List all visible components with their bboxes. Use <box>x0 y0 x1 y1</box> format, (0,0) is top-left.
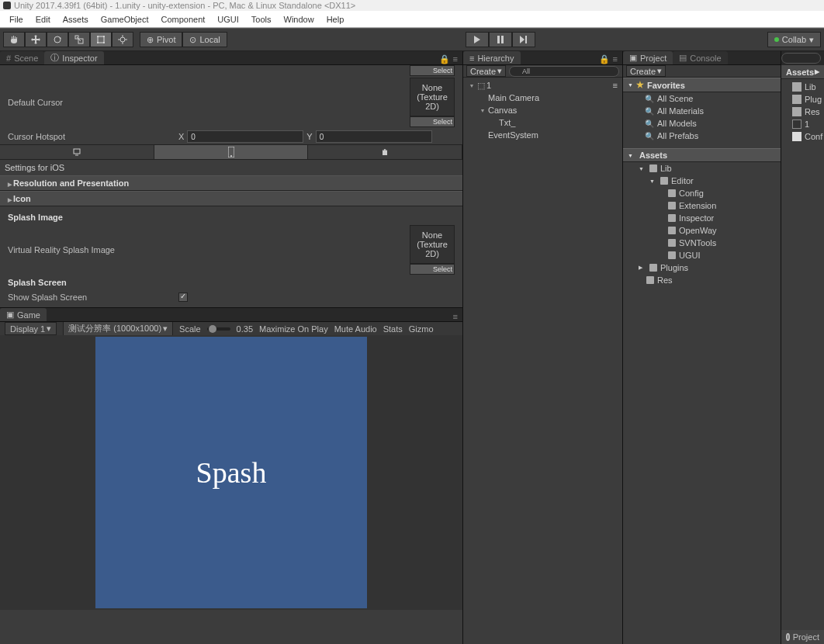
asset-res[interactable]: Res <box>781 106 824 118</box>
collab-button[interactable]: Collab▾ <box>767 32 821 47</box>
scale-tool[interactable] <box>68 32 90 47</box>
folder-extension[interactable]: Extension <box>623 199 781 212</box>
window-title-bar: Unity 2017.4.39f1 (64bit) - 1.unity - un… <box>0 0 824 11</box>
play-button[interactable] <box>466 32 489 47</box>
show-splash-checkbox[interactable] <box>178 293 188 302</box>
section-resolution[interactable]: Resolution and Presentation <box>0 175 462 191</box>
platform-standalone[interactable] <box>0 145 154 159</box>
folder-icon <box>668 239 676 247</box>
menu-window[interactable]: Window <box>278 11 320 27</box>
folder-openway[interactable]: OpenWay <box>623 224 781 237</box>
tab-lock-menu[interactable]: 🔒≡ <box>439 54 462 64</box>
hotspot-x-input[interactable] <box>187 130 303 143</box>
folder-svntools[interactable]: SVNTools <box>623 237 781 249</box>
display-dropdown[interactable]: Display 1▾ <box>5 322 57 335</box>
svg-rect-16 <box>525 36 527 43</box>
vr-splash-texture[interactable]: None(Texture 2D) <box>410 225 455 264</box>
menu-component[interactable]: Component <box>154 11 211 27</box>
svg-point-21 <box>383 149 384 150</box>
asset-plugins[interactable]: Plug <box>781 93 824 106</box>
rotate-tool[interactable] <box>47 32 68 47</box>
hierarchy-tab-menu[interactable]: 🔒≡ <box>599 54 622 64</box>
tab-inspector[interactable]: ⓘInspector <box>44 51 103 64</box>
default-cursor-texture[interactable]: None(Texture 2D) <box>410 78 455 116</box>
hand-tool[interactable] <box>3 32 25 47</box>
mute-toggle[interactable]: Mute Audio <box>334 324 377 334</box>
scale-slider[interactable] <box>207 327 230 331</box>
menu-assets[interactable]: Assets <box>57 11 95 27</box>
rect-tool[interactable] <box>90 32 112 47</box>
folder-editor[interactable]: ▼Editor <box>623 175 781 187</box>
hierarchy-eventsystem[interactable]: EventSystem <box>463 129 622 141</box>
status-text: Project <box>793 632 819 642</box>
pivot-toggle[interactable]: ⊕Pivot <box>140 32 182 47</box>
pause-button[interactable] <box>489 32 512 47</box>
scene-root[interactable]: ⬚1≡ <box>463 79 622 92</box>
game-view: Spash <box>0 335 462 610</box>
resolution-dropdown[interactable]: 测试分辨率 (1000x1000)▾ <box>63 321 173 336</box>
gizmos-toggle[interactable]: Gizmo <box>409 324 434 334</box>
hotspot-y-input[interactable] <box>316 130 432 143</box>
folder-inspector[interactable]: Inspector <box>623 212 781 224</box>
folder-icon <box>649 164 657 172</box>
select-button-top[interactable]: Select <box>410 65 455 76</box>
tab-hierarchy[interactable]: ≡Hierarchy <box>463 51 521 64</box>
hierarchy-panel: ≡Hierarchy 🔒≡ Create▾ ⬚1≡ Main Camera Ca… <box>462 51 622 644</box>
move-tool[interactable] <box>25 32 47 47</box>
assets-breadcrumb[interactable]: Assets▶ <box>781 65 824 79</box>
scale-value: 0.35 <box>237 324 253 334</box>
folder-lib[interactable]: ▼Lib <box>623 162 781 175</box>
step-button[interactable] <box>512 32 535 47</box>
fav-all-scene[interactable]: 🔍All Scene <box>623 92 781 105</box>
asset-lib[interactable]: Lib <box>781 81 824 93</box>
platform-android[interactable] <box>308 145 462 159</box>
folder-icon <box>646 276 654 284</box>
asset-scene-1[interactable]: 1 <box>781 118 824 130</box>
menu-help[interactable]: Help <box>320 11 351 27</box>
menu-gameobject[interactable]: GameObject <box>95 11 155 27</box>
folder-plugins[interactable]: ▶Plugins <box>623 261 781 274</box>
folder-icon <box>668 251 676 259</box>
menu-ugui[interactable]: UGUI <box>211 11 245 27</box>
platform-tabs <box>0 144 462 160</box>
hierarchy-txt[interactable]: Txt_ <box>463 116 622 129</box>
fav-all-models[interactable]: 🔍All Models <box>623 117 781 130</box>
svg-point-22 <box>386 149 386 150</box>
tab-game[interactable]: ▣Game <box>0 308 47 321</box>
search-icon: 🔍 <box>645 95 654 103</box>
unity-logo-icon <box>3 2 11 9</box>
hierarchy-main-camera[interactable]: Main Camera <box>463 92 622 104</box>
search-icon: 🔍 <box>645 132 654 140</box>
assets-header[interactable]: ▼Assets <box>623 148 781 162</box>
asset-conf[interactable]: Conf <box>781 130 824 143</box>
menu-icon: ≡ <box>453 54 458 64</box>
transform-tool[interactable] <box>112 32 133 47</box>
maximize-toggle[interactable]: Maximize On Play <box>259 324 328 334</box>
hierarchy-create[interactable]: Create▾ <box>466 65 506 77</box>
fav-all-prefabs[interactable]: 🔍All Prefabs <box>623 130 781 142</box>
game-tab-menu[interactable]: ≡ <box>453 312 462 321</box>
menu-tools[interactable]: Tools <box>245 11 278 27</box>
select-default-cursor[interactable]: Select <box>410 116 455 127</box>
project-create[interactable]: Create▾ <box>626 65 666 77</box>
folder-ugui[interactable]: UGUI <box>623 249 781 261</box>
fav-all-materials[interactable]: 🔍All Materials <box>623 105 781 117</box>
hierarchy-canvas[interactable]: Canvas <box>463 104 622 116</box>
local-toggle[interactable]: ⊙Local <box>182 32 227 47</box>
menu-edit[interactable]: Edit <box>29 11 57 27</box>
hierarchy-search[interactable] <box>509 66 619 77</box>
search-icon: 🔍 <box>645 119 654 128</box>
menu-file[interactable]: File <box>3 11 29 27</box>
stats-toggle[interactable]: Stats <box>383 324 403 334</box>
section-icon[interactable]: Icon <box>0 191 462 206</box>
project-search[interactable] <box>781 53 821 64</box>
project-panel: ▣Project ▤Console Create▾ ▼★Favorites 🔍A… <box>623 51 781 644</box>
folder-config[interactable]: Config <box>623 187 781 199</box>
select-vr-splash[interactable]: Select <box>410 264 455 275</box>
favorites-header[interactable]: ▼★Favorites <box>623 78 781 92</box>
platform-ios[interactable] <box>154 145 309 159</box>
tab-console[interactable]: ▤Console <box>673 51 727 64</box>
tab-project[interactable]: ▣Project <box>623 51 673 64</box>
folder-res[interactable]: Res <box>623 274 781 286</box>
tab-scene[interactable]: #Scene <box>0 51 44 64</box>
